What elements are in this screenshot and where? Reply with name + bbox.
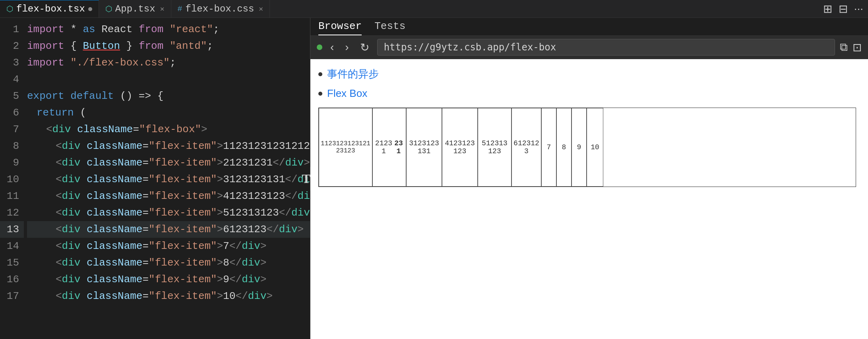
bullet-icon-2 (318, 92, 322, 96)
tests-tab-label: Tests (374, 20, 405, 32)
code-line-8: <div className="flex-item">1123123123121… (27, 138, 310, 154)
tab-flex-box-tsx[interactable]: ⬡ flex-box.tsx (0, 0, 99, 17)
layout-button[interactable]: ⊟ (839, 2, 848, 15)
flex-item-5: 512313123 (478, 108, 511, 187)
open-external-button[interactable]: ⧉ (840, 41, 848, 54)
modified-indicator (88, 7, 92, 11)
flex-item-2: 21231231 (372, 108, 406, 187)
code-line-5: export default () => { (27, 88, 310, 104)
tsx-icon: ⬡ (105, 4, 112, 14)
flex-item-1: 112312312312123123 (319, 108, 372, 187)
more-actions-button[interactable]: ··· (854, 2, 863, 15)
t-indicator: T (302, 171, 310, 186)
code-line-1: import * as React from "react"; (27, 21, 310, 38)
editor-actions: ⊞ ⊟ ··· (818, 2, 868, 15)
code-line-17: <div className="flex-item">10</div> (27, 288, 310, 304)
connection-status-indicator (317, 44, 322, 50)
code-line-15: <div className="flex-item">8</div> (27, 254, 310, 271)
code-line-9: <div className="flex-item">21231231</div… (27, 154, 310, 171)
css-icon: # (178, 4, 182, 13)
close-icon[interactable]: ✕ (259, 4, 263, 13)
tab-label: flex-box.css (186, 4, 254, 14)
editor-pane: 1 2 3 4 5 6 7 8 9 10 11 12 13 14 15 16 1… (0, 18, 310, 339)
tab-flex-box-css[interactable]: # flex-box.css ✕ (171, 0, 270, 17)
code-line-7: <div className="flex-box"> (27, 121, 310, 138)
link-flex-box[interactable]: Flex Box (327, 87, 367, 100)
tab-app-tsx[interactable]: ⬡ App.tsx ✕ (99, 0, 171, 17)
back-button[interactable]: ‹ (327, 39, 337, 55)
tab-bar: ⬡ flex-box.tsx ⬡ App.tsx ✕ # flex-box.cs… (0, 0, 868, 18)
code-line-3: import "./flex-box.css"; (27, 54, 310, 71)
link-async-events[interactable]: 事件的异步 (327, 67, 379, 81)
tab-label: flex-box.tsx (16, 4, 85, 14)
flex-item-6: 6123123 (511, 108, 541, 187)
line-numbers: 1 2 3 4 5 6 7 8 9 10 11 12 13 14 15 16 1… (0, 18, 24, 339)
browser-toolbar: ‹ › ↻ ⧉ ⊡ (310, 36, 868, 59)
code-line-6: return ( (27, 104, 310, 121)
split-editor-button[interactable]: ⊞ (823, 2, 832, 15)
list-item-1: 事件的异步 (318, 67, 860, 81)
reload-button[interactable]: ↻ (357, 39, 372, 56)
forward-button[interactable]: › (342, 39, 352, 55)
code-line-14: <div className="flex-item">7</div> (27, 238, 310, 254)
editor-divider[interactable]: T (310, 18, 310, 339)
code-content[interactable]: import * as React from "react"; import {… (24, 18, 310, 339)
main-area: 1 2 3 4 5 6 7 8 9 10 11 12 13 14 15 16 1… (0, 18, 868, 339)
list-item-2: Flex Box (318, 87, 860, 100)
flex-item-8: 8 (556, 108, 572, 187)
flex-item-3: 3123123131 (406, 108, 442, 187)
browser-link-list: 事件的异步 Flex Box (318, 67, 860, 100)
code-line-16: <div className="flex-item">9</div> (27, 271, 310, 288)
url-bar[interactable] (377, 39, 835, 56)
flex-preview: 112312312312123123 21231231 3123123131 4… (318, 108, 856, 187)
browser-tab-bar: Browser Tests (310, 18, 868, 36)
code-area: 1 2 3 4 5 6 7 8 9 10 11 12 13 14 15 16 1… (0, 18, 310, 339)
code-line-10: <div className="flex-item">3123123131</d… (27, 171, 310, 188)
flex-item-7: 7 (541, 108, 556, 187)
code-line-11: <div className="flex-item">4123123123</d… (27, 188, 310, 204)
browser-pane: Browser Tests ‹ › ↻ ⧉ ⊡ 事件的异步 (310, 18, 868, 339)
code-line-4 (27, 71, 310, 88)
flex-item-4: 4123123123 (442, 108, 478, 187)
tab-label: App.tsx (115, 4, 155, 14)
browser-tab-tests[interactable]: Tests (374, 18, 405, 35)
browser-tab-browser[interactable]: Browser (318, 18, 362, 35)
code-line-2: import { Button } from "antd"; (27, 38, 310, 54)
code-line-13: <div className="flex-item">6123123</div> (27, 221, 310, 238)
tsx-icon: ⬡ (6, 4, 13, 14)
flex-item-10: 10 (587, 108, 603, 187)
close-icon[interactable]: ✕ (160, 4, 165, 13)
browser-content: 事件的异步 Flex Box 112312312312123123 212312… (310, 59, 868, 339)
bullet-icon-1 (318, 72, 322, 76)
code-line-12: <div className="flex-item">512313123</di… (27, 204, 310, 221)
flex-item-9: 9 (572, 108, 587, 187)
browser-tab-label: Browser (318, 20, 362, 32)
new-tab-button[interactable]: ⊡ (852, 41, 862, 54)
